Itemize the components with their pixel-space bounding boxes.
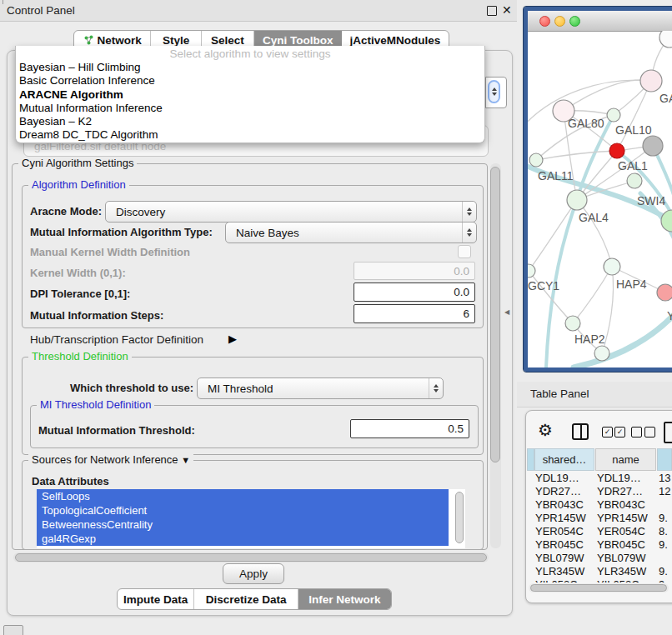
algorithm-dropdown[interactable]: Select algorithm to view settings Bayesi…: [15, 46, 485, 143]
control-panel-titlebar: Control Panel ✕: [0, 0, 517, 22]
mi-steps-field[interactable]: 6: [354, 304, 475, 323]
list-item[interactable]: TopologicalCoefficient: [37, 503, 449, 518]
algorithm-option-selected[interactable]: ARACNE Algorithm: [16, 88, 484, 102]
node-label: GAL80: [568, 117, 604, 130]
cell: YIL052C: [597, 578, 639, 582]
cell: 9.: [659, 512, 668, 525]
algorithm-option[interactable]: Basic Correlation Inference: [16, 74, 484, 88]
minimize-traffic-light-icon[interactable]: [554, 16, 565, 27]
attributes-scrollbar-thumb[interactable]: [455, 492, 464, 543]
document-icon[interactable]: [664, 422, 672, 443]
split-columns-icon[interactable]: [572, 423, 589, 440]
mi-threshold-field[interactable]: 0.5: [350, 419, 469, 438]
node[interactable]: [565, 316, 580, 331]
tab-discretize-data[interactable]: Discretize Data: [194, 589, 298, 609]
app-root: Control Panel ✕ Network Style Select Cyn…: [0, 0, 672, 635]
network-canvas[interactable]: GAL GAL80 GAL10 GAL1 GAL11 GAL4 SWI4 GCY…: [528, 31, 672, 368]
cell: 8.: [659, 525, 668, 538]
manual-kernel-label: Manual Kernel Width Definition: [30, 246, 190, 258]
node[interactable]: [659, 31, 672, 48]
node[interactable]: [604, 258, 620, 275]
algorithm-option[interactable]: Dream8 DC_TDC Algorithm: [16, 128, 484, 142]
checked-box-icon: ✓: [614, 427, 625, 438]
node[interactable]: [657, 284, 672, 301]
data-attributes-list: SelfLoops TopologicalCoefficient Between…: [37, 489, 465, 548]
cell: 9.: [659, 538, 668, 552]
mi-type-label: Mutual Information Algorithm Type:: [30, 226, 213, 238]
collapsed-panel-icon[interactable]: [3, 625, 23, 635]
list-item[interactable]: SelfLoops: [37, 489, 449, 503]
which-threshold-combo[interactable]: MI Threshold: [197, 378, 444, 399]
focused-stepper-icon[interactable]: [488, 80, 500, 103]
float-window-icon[interactable]: [487, 6, 497, 16]
threshold-definition-title: Threshold Definition: [28, 351, 132, 362]
settings-hscrollbar-thumb[interactable]: [15, 553, 487, 562]
column-header-name[interactable]: name: [595, 448, 656, 471]
tab-style-label: Style: [163, 34, 189, 47]
aracne-mode-combo[interactable]: Discovery: [105, 201, 477, 222]
algorithm-option[interactable]: Bayesian – Hill Climbing: [16, 61, 484, 74]
tab-infer-network[interactable]: Infer Network: [298, 589, 391, 609]
node[interactable]: [640, 70, 662, 92]
titlebar-tick: [3, 0, 3, 4]
settings-scrollbar-thumb[interactable]: [490, 167, 500, 462]
network-tab-icon: [83, 35, 94, 46]
column-header-shared[interactable]: shared…: [534, 448, 594, 471]
panel-collapse-arrow-icon[interactable]: ◀: [504, 308, 509, 316]
close-traffic-light-icon[interactable]: [539, 16, 550, 27]
manual-kernel-checkbox[interactable]: [458, 245, 471, 258]
node[interactable]: [607, 108, 620, 122]
node[interactable]: [528, 264, 535, 278]
kernel-width-field[interactable]: 0.0: [354, 262, 475, 280]
hidden-combo-fragment: [485, 77, 507, 108]
table-panel-title: Table Panel: [530, 382, 589, 407]
algorithm-option[interactable]: Mutual Information Inference: [16, 102, 484, 115]
node-selected[interactable]: [609, 143, 624, 158]
cell: YDR27…: [535, 485, 581, 498]
algorithm-definition-title: Algorithm Definition: [28, 179, 129, 191]
cell: YBR045C: [535, 538, 584, 552]
cell: YBR045C: [597, 538, 645, 552]
hub-expand-arrow-icon[interactable]: ▶: [228, 332, 237, 345]
node[interactable]: [529, 153, 543, 167]
data-attributes-label: Data Attributes: [32, 475, 109, 488]
node-label: GAL11: [538, 169, 574, 182]
node-label: Y: [667, 309, 672, 322]
column-header-partial[interactable]: [657, 448, 672, 471]
bottom-tabstrip: Impute Data Discretize Data Infer Networ…: [117, 588, 392, 610]
tab-cyni-toolbox-label: Cyni Toolbox: [263, 34, 333, 47]
settings-gear-icon[interactable]: ⚙: [538, 420, 553, 440]
deselect-checkboxes-icon[interactable]: [631, 427, 655, 438]
stepper-icon: [429, 378, 443, 398]
list-item[interactable]: gal4RGexp: [37, 532, 449, 546]
zoom-traffic-light-icon[interactable]: [569, 16, 580, 27]
cell: YDL19…: [535, 472, 579, 485]
table-corner-cell[interactable]: [527, 448, 534, 471]
close-icon[interactable]: ✕: [502, 3, 512, 17]
cell: YIL052C: [535, 578, 578, 582]
cell: YBR043C: [535, 498, 584, 512]
node[interactable]: [627, 173, 642, 188]
cyni-algorithm-settings-title: Cyni Algorithm Settings: [18, 158, 137, 169]
table-rows: YDL19…YDL19…13 YDR27…YDR27…12 YBR043CYBR…: [525, 472, 672, 582]
mi-type-combo[interactable]: Naive Bayes: [225, 222, 477, 243]
tab-discretize-data-label: Discretize Data: [206, 593, 287, 606]
node[interactable]: [567, 190, 587, 210]
network-window-titlebar[interactable]: [528, 11, 672, 32]
node[interactable]: [594, 346, 609, 361]
list-item[interactable]: BetweennessCentrality: [37, 518, 449, 532]
algorithm-option[interactable]: Bayesian – K2: [16, 115, 484, 128]
dpi-tolerance-field[interactable]: 0.0: [354, 282, 475, 302]
tab-infer-network-label: Infer Network: [308, 593, 380, 606]
node[interactable]: [643, 136, 663, 156]
sources-collapse-arrow-icon[interactable]: ▼: [181, 455, 190, 465]
select-all-checkboxes-icon[interactable]: ✓ ✓: [602, 427, 625, 438]
table-hscrollbar-thumb[interactable]: [530, 584, 667, 592]
which-threshold-value: MI Threshold: [198, 382, 429, 395]
dpi-tolerance-label: DPI Tolerance [0,1]:: [30, 288, 130, 300]
mi-type-value: Naive Bayes: [226, 227, 462, 239]
cell: YDL19…: [597, 472, 641, 485]
tab-impute-data[interactable]: Impute Data: [118, 589, 194, 609]
apply-button[interactable]: Apply: [223, 563, 284, 584]
unchecked-box-icon: [644, 427, 655, 438]
